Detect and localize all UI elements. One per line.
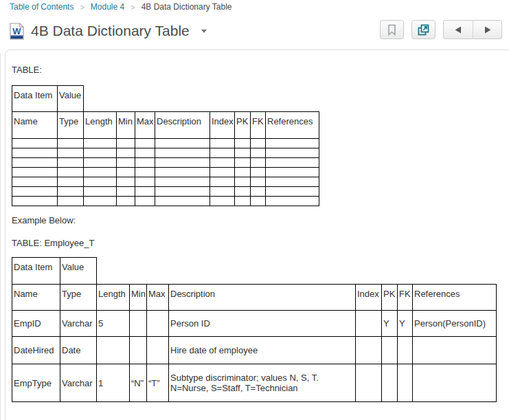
table-cell [135, 148, 155, 158]
table-cell: PK [235, 112, 251, 139]
table-cell [413, 364, 497, 402]
table-cell [155, 158, 210, 168]
table-cell [97, 258, 497, 285]
open-in-new-window-button[interactable] [411, 20, 436, 39]
table-cell: Description [169, 285, 356, 311]
table-cell: References [413, 285, 497, 311]
table-cell [135, 168, 155, 177]
table-cell [58, 158, 84, 168]
table-row: DateHiredDateHire date of employee [12, 337, 497, 364]
table-cell [84, 86, 319, 112]
table-cell: 5 [97, 311, 130, 337]
table-cell [210, 187, 235, 197]
table-cell [251, 177, 266, 187]
table-cell: Type [60, 285, 97, 311]
table-cell [210, 177, 235, 187]
table-cell [155, 168, 210, 177]
table-cell: Data Item [12, 86, 58, 112]
table-cell: Min [130, 285, 147, 311]
table-cell [97, 337, 130, 364]
table-cell [135, 139, 155, 148]
page-left-edge-divider [0, 54, 1, 420]
table-cell [135, 187, 155, 197]
table-cell [266, 139, 319, 148]
table-cell [235, 168, 251, 177]
table-cell: Hire date of employee [169, 337, 356, 364]
empty-table-row [12, 139, 319, 148]
table-cell [84, 139, 117, 148]
previous-arrow-icon [455, 26, 462, 34]
table-cell: Subtype discriminator; values N, S, T. N… [169, 364, 356, 402]
table-cell [398, 364, 413, 402]
pager-button-group [443, 20, 502, 39]
table-cell [84, 197, 117, 206]
table-cell [84, 168, 117, 177]
table-cell: Value [58, 86, 84, 112]
table-cell: Index [210, 112, 235, 139]
table-cell: Length [97, 285, 130, 311]
table-cell [58, 168, 84, 177]
table-cell [58, 197, 84, 206]
table-cell [266, 168, 319, 177]
table-cell [135, 158, 155, 168]
next-arrow-icon [484, 26, 491, 34]
next-button[interactable] [473, 20, 502, 39]
table-cell: References [266, 112, 319, 139]
table-cell: Description [155, 112, 210, 139]
chevron-down-icon [201, 30, 207, 33]
empty-table-row [12, 197, 319, 206]
table-cell [356, 364, 382, 402]
table-cell [155, 139, 210, 148]
table-cell: Name [12, 112, 58, 139]
table-cell: FK [251, 112, 266, 139]
table-cell: Index [356, 285, 382, 311]
empty-table-row [12, 148, 319, 158]
table-cell [84, 177, 117, 187]
table-cell: Type [58, 112, 84, 139]
breadcrumb-link[interactable]: Table of Contents [10, 2, 73, 12]
table-cell [251, 148, 266, 158]
table-row: EmpIDVarchar5Person IDYYPerson(PersonID) [12, 311, 497, 337]
content-panel: TABLE: Data ItemValueNameTypeLengthMinMa… [5, 49, 509, 420]
page-title: 4B Data Dictionary Table [31, 21, 190, 41]
table-cell [135, 197, 155, 206]
table-cell [84, 187, 117, 197]
table-cell [210, 197, 235, 206]
table-cell [398, 337, 413, 364]
table-cell [235, 148, 251, 158]
empty-table-row [12, 177, 319, 187]
breadcrumb-current-page: 4B Data Dictionary Table [142, 2, 232, 12]
bookmark-button[interactable] [380, 20, 404, 39]
previous-button[interactable] [443, 20, 473, 39]
table-cell: Max [147, 285, 169, 311]
table-cell [266, 177, 319, 187]
table-cell: Y [382, 311, 398, 337]
table-cell: FK [398, 285, 413, 311]
table-cell [117, 187, 135, 197]
blank-data-dictionary-table: Data ItemValueNameTypeLengthMinMaxDescri… [12, 85, 319, 206]
breadcrumb-link[interactable]: Module 4 [91, 2, 124, 12]
title-dropdown-button[interactable] [199, 27, 210, 36]
table-cell: Date [60, 337, 97, 364]
table-cell [155, 197, 210, 206]
table-cell [84, 158, 117, 168]
table-cell [251, 158, 266, 168]
table-cell [356, 337, 382, 364]
table-cell: Person ID [169, 311, 356, 337]
table-cell [382, 364, 398, 402]
table-cell [356, 311, 382, 337]
table-cell [117, 197, 135, 206]
table-cell: Varchar [60, 364, 97, 402]
table-cell [117, 139, 135, 148]
table-cell: Person(PersonID) [413, 311, 497, 337]
top-bar: Table of Contents>Module 4>4B Data Dicti… [0, 0, 509, 49]
table-cell [210, 168, 235, 177]
table-cell [130, 337, 147, 364]
table-cell [12, 148, 58, 158]
breadcrumb-separator-icon: > [80, 2, 84, 12]
table-cell: “T” [147, 364, 169, 402]
table-cell [251, 197, 266, 206]
table-cell [12, 139, 58, 148]
table-cell [12, 197, 58, 206]
table-cell [251, 187, 266, 197]
